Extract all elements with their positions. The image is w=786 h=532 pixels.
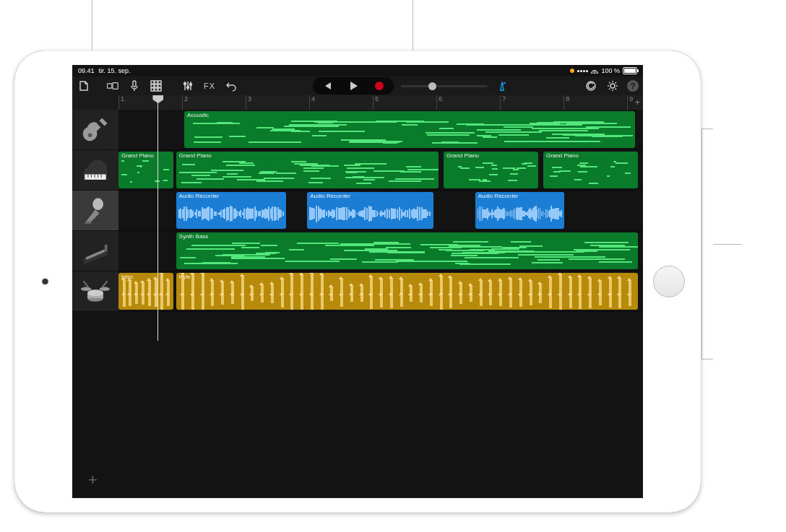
track-header-spacer: [72, 95, 118, 110]
svg-rect-4: [155, 81, 157, 84]
track-header-synth[interactable]: [72, 231, 118, 271]
midi-region[interactable]: Grand Piano: [118, 152, 173, 188]
undo-button[interactable]: [224, 79, 238, 93]
home-button[interactable]: [653, 266, 685, 297]
app-screen: 09.41 tir. 15. sep. 100 %: [72, 65, 643, 498]
midi-region[interactable]: Acoustic: [184, 111, 635, 148]
svg-rect-0: [107, 84, 111, 88]
svg-rect-8: [158, 84, 161, 87]
region-label: Acoustic: [187, 112, 209, 118]
ruler-bar-number: 4: [309, 95, 315, 110]
cellular-signal-icon: [577, 70, 588, 72]
track-lane[interactable]: Acoustic: [118, 110, 643, 150]
svg-point-16: [610, 84, 615, 88]
track-header-mic[interactable]: [72, 191, 118, 231]
region-label: Audio Recorder: [310, 193, 350, 199]
main-toolbar: FX ?: [72, 77, 643, 95]
callout-bracket: [701, 128, 713, 129]
track-header-piano[interactable]: [72, 150, 118, 191]
region-label: Synth Bass: [179, 233, 208, 240]
region-label: Audio Recorder: [478, 193, 519, 199]
ruler-bar-number: 8: [563, 95, 569, 110]
track-header-drums[interactable]: [72, 271, 118, 312]
master-volume-slider[interactable]: [401, 85, 488, 87]
status-time: 09.41: [78, 67, 95, 74]
microphone-icon[interactable]: [127, 79, 142, 93]
svg-rect-11: [158, 88, 161, 91]
svg-point-13: [187, 87, 189, 89]
ruler-bar-number: 1: [118, 95, 124, 110]
browser-button[interactable]: [105, 79, 120, 93]
metronome-button[interactable]: [495, 79, 509, 93]
svg-point-19: [92, 198, 103, 210]
region-label: Grand Piano: [546, 152, 579, 159]
svg-rect-10: [155, 88, 157, 91]
midi-region[interactable]: Grand Piano: [176, 152, 439, 188]
my-songs-button[interactable]: [77, 79, 91, 93]
timeline-ruler[interactable]: + 123456789: [118, 95, 643, 110]
midi-region[interactable]: Grand Piano: [543, 152, 638, 188]
ruler-bar-number: 6: [436, 95, 442, 110]
help-button[interactable]: ?: [627, 80, 639, 92]
recording-indicator-dot: [570, 69, 574, 73]
play-button[interactable]: [346, 79, 360, 93]
go-to-beginning-button[interactable]: [320, 79, 334, 93]
svg-rect-20: [85, 221, 91, 224]
track-lane[interactable]: Grand PianoGrand PianoGrand PianoGrand P…: [118, 150, 643, 191]
svg-point-17: [88, 133, 92, 137]
transport-controls: [313, 77, 394, 95]
wifi-icon: [591, 68, 598, 74]
track-lane[interactable]: Audio RecorderAudio RecorderAudio Record…: [118, 191, 643, 231]
svg-point-14: [190, 84, 192, 86]
settings-button[interactable]: [605, 79, 620, 93]
track-lane[interactable]: IntroKyle: [118, 271, 643, 312]
callout-bracket: [713, 244, 742, 245]
playhead[interactable]: [157, 95, 158, 341]
svg-rect-1: [113, 83, 118, 90]
region-label: Audio Recorder: [179, 193, 220, 199]
ruler-bar-number: 9: [627, 95, 633, 110]
add-section-button[interactable]: +: [634, 97, 640, 107]
callout-bracket: [701, 128, 702, 359]
ipad-device-frame: 09.41 tir. 15. sep. 100 %: [14, 51, 701, 513]
ruler-bar-number: 7: [500, 95, 506, 110]
midi-region[interactable]: Grand Piano: [444, 152, 538, 188]
front-camera: [42, 279, 48, 285]
drum-region[interactable]: Intro: [118, 273, 173, 310]
svg-point-26: [100, 287, 111, 291]
ruler-bar-number: 5: [373, 95, 379, 110]
svg-rect-9: [151, 88, 154, 91]
svg-rect-6: [151, 84, 154, 87]
playhead-handle-icon[interactable]: [152, 95, 163, 103]
svg-rect-5: [158, 81, 161, 84]
drum-region[interactable]: Kyle: [176, 273, 638, 310]
add-track-button[interactable]: +: [88, 472, 104, 488]
track-header-guitar[interactable]: [72, 110, 118, 150]
track-controls-button[interactable]: [181, 79, 195, 93]
ruler-bar-number: 3: [246, 95, 251, 110]
svg-rect-21: [105, 244, 108, 250]
svg-rect-7: [155, 84, 157, 87]
record-button[interactable]: [372, 79, 386, 93]
region-label: Grand Piano: [121, 152, 154, 159]
audio-region[interactable]: Audio Recorder: [475, 192, 564, 229]
audio-region[interactable]: Audio Recorder: [307, 192, 433, 229]
ios-status-bar: 09.41 tir. 15. sep. 100 %: [72, 65, 643, 77]
svg-point-12: [184, 83, 186, 85]
svg-rect-3: [151, 81, 154, 84]
svg-point-24: [87, 289, 103, 296]
battery-percentage: 100 %: [601, 67, 620, 74]
audio-region[interactable]: Audio Recorder: [176, 192, 286, 229]
grid-button[interactable]: [149, 79, 163, 93]
callout-bracket: [701, 359, 713, 359]
ruler-bar-number: 2: [182, 95, 188, 110]
fx-button[interactable]: FX: [202, 79, 217, 93]
svg-rect-2: [133, 81, 136, 87]
region-label: Grand Piano: [179, 152, 212, 159]
svg-point-25: [81, 287, 92, 291]
track-lane[interactable]: Synth Bass: [118, 231, 643, 271]
region-label: Grand Piano: [446, 152, 479, 159]
midi-region[interactable]: Synth Bass: [176, 232, 638, 269]
loop-browser-button[interactable]: [584, 79, 598, 93]
battery-icon: [623, 67, 637, 74]
